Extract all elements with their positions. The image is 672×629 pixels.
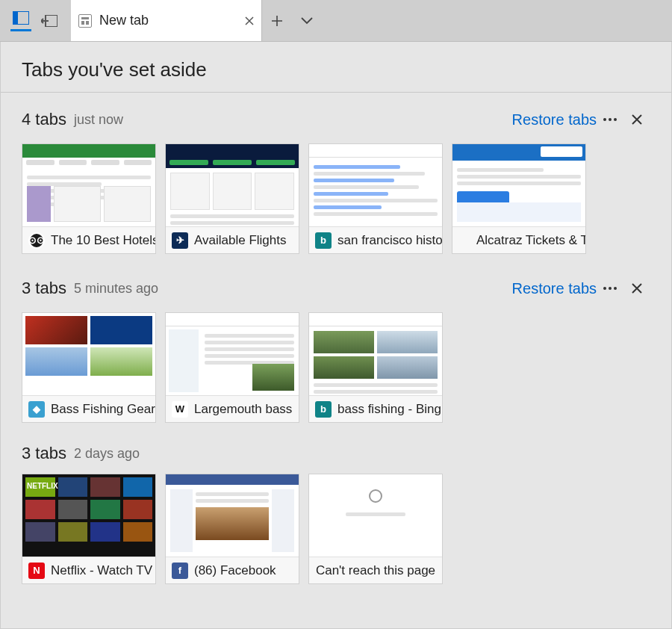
tab-group: 4 tabs just now Restore tabs ⊙⊙The 10 Be… [1, 99, 671, 267]
titlebar-left [0, 0, 71, 41]
bing-icon: b [315, 232, 332, 249]
tab-thumbnail-title: Bass Fishing Gear [51, 402, 155, 417]
tab-thumbnail[interactable]: ✈Available Flights [165, 143, 299, 254]
tab-thumbnail[interactable]: f(86) Facebook [165, 474, 299, 584]
tab-group-header: 3 tabs 5 minutes ago Restore tabs [22, 275, 650, 302]
svg-point-8 [614, 118, 617, 121]
svg-point-11 [614, 287, 617, 290]
tab-group-count: 4 tabs [22, 110, 66, 129]
tab-thumbnail[interactable]: ◆Bass Fishing Gear [22, 312, 156, 423]
tab-title: New tab [99, 13, 237, 28]
tab-thumbnail[interactable]: bbass fishing - Bing [308, 312, 443, 423]
svg-rect-1 [13, 11, 18, 25]
svg-point-10 [609, 287, 612, 290]
tab-group-time: 2 days ago [74, 446, 140, 462]
tab-group-close-button[interactable] [623, 275, 650, 302]
svg-rect-4 [81, 21, 84, 25]
tab-thumbnail[interactable]: WLargemouth bass [165, 312, 299, 423]
tabs-set-aside-panel-button[interactable] [10, 10, 31, 31]
tab-thumbnail-title: Netflix - Watch TV [51, 563, 152, 578]
bing-icon: b [315, 401, 332, 418]
tabstrip-actions [262, 0, 322, 41]
restore-tabs-link[interactable]: Restore tabs [512, 280, 597, 297]
tab-group-thumbnails: NETFLIX NNetflix - Watch TV f(86) Facebo… [22, 474, 650, 584]
tab-group-header: 4 tabs just now Restore tabs [22, 106, 650, 133]
panel-title: Tabs you've set aside [1, 42, 671, 93]
tab-thumbnail[interactable]: ⊙⊙The 10 Best Hotels [22, 143, 156, 254]
tab-group-more-button[interactable] [597, 106, 623, 133]
facebook-icon: f [172, 563, 188, 579]
browser-tab[interactable]: New tab [71, 0, 262, 41]
tab-thumbnail-title: Largemouth bass [194, 402, 292, 417]
tab-group: 3 tabs 5 minutes ago Restore tabs ◆Bass … [1, 267, 671, 436]
tabs-set-aside-panel: Tabs you've set aside 4 tabs just now Re… [0, 42, 672, 629]
svg-point-6 [603, 118, 606, 121]
tab-group-thumbnails: ⊙⊙The 10 Best Hotels ✈Available Flights … [22, 143, 650, 254]
alaska-icon: ✈ [172, 232, 188, 249]
tab-group-time: just now [74, 112, 123, 128]
tripadvisor-icon: ⊙⊙ [28, 232, 45, 249]
svg-point-7 [609, 118, 612, 121]
tab-group-count: 3 tabs [22, 279, 66, 298]
tab-thumbnail[interactable]: bsan francisco history [308, 143, 443, 254]
tab-group-more-button[interactable] [597, 275, 623, 302]
tab-group-header: 3 tabs 2 days ago [22, 444, 650, 463]
wikipedia-icon: W [172, 401, 188, 418]
tab-thumbnail-title: Available Flights [194, 233, 286, 248]
set-tabs-aside-button[interactable] [39, 10, 60, 31]
tab-thumbnail-title: Alcatraz Tickets & Tours [476, 233, 585, 248]
tab-thumbnail[interactable]: Can't reach this page [308, 474, 443, 584]
tab-group-count: 3 tabs [22, 444, 66, 463]
tab-favicon [78, 14, 92, 28]
site-icon: ◆ [28, 401, 45, 418]
tab-thumbnail-title: Can't reach this page [316, 563, 435, 578]
tab-group-close-button[interactable] [623, 106, 650, 133]
svg-rect-5 [86, 21, 89, 25]
tab-thumbnail-title: san francisco history [337, 233, 442, 248]
new-tab-button[interactable] [262, 0, 292, 42]
tab-group: 3 tabs 2 days ago NETFLIX NNetflix - Wat… [1, 436, 671, 598]
tab-group-time: 5 minutes ago [74, 281, 158, 297]
tab-overflow-button[interactable] [292, 0, 322, 42]
tab-thumbnail[interactable]: Alcatraz Tickets & Tours [452, 143, 586, 254]
restore-tabs-link[interactable]: Restore tabs [512, 111, 597, 128]
tab-thumbnail-title: The 10 Best Hotels [51, 233, 155, 248]
titlebar: New tab [0, 0, 672, 42]
svg-rect-3 [81, 17, 89, 19]
tab-thumbnail-title: (86) Facebook [194, 563, 276, 578]
tab-thumbnail-title: bass fishing - Bing [337, 402, 441, 417]
tab-group-thumbnails: ◆Bass Fishing Gear WLargemouth bass bbas… [22, 312, 650, 423]
tab-close-button[interactable] [245, 16, 254, 25]
netflix-icon: N [28, 563, 45, 579]
tab-thumbnail[interactable]: NETFLIX NNetflix - Watch TV [22, 474, 156, 584]
svg-point-9 [603, 287, 606, 290]
